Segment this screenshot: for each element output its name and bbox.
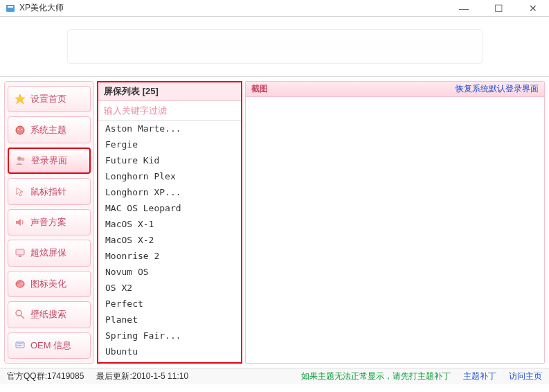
sidebar-item-label: 系统主题 xyxy=(30,124,66,136)
sidebar-item-theme[interactable]: 系统主题 xyxy=(8,116,91,143)
svg-point-3 xyxy=(16,126,24,134)
monkey-icon xyxy=(14,124,26,136)
window-controls: — ☐ ✕ xyxy=(453,1,543,15)
filter-input[interactable] xyxy=(98,101,241,121)
preview-panel: 截图 恢复系统默认登录界面 xyxy=(245,81,545,364)
list-item[interactable]: Planet xyxy=(98,312,241,328)
svg-point-6 xyxy=(17,157,21,161)
sidebar-item-wallpaper[interactable]: 壁纸搜索 xyxy=(8,301,91,328)
main-area: 设置首页 系统主题 登录界面 鼠标指针 声音方案 超炫屏保 图标美化 壁纸搜索 xyxy=(0,77,549,368)
list-item[interactable]: Aston Marte... xyxy=(98,121,241,136)
sidebar-item-oem[interactable]: OEM 信息 xyxy=(8,332,91,359)
svg-point-7 xyxy=(21,158,25,161)
sidebar-item-screensaver[interactable]: 超炫屏保 xyxy=(8,240,91,266)
warning-text: 如果主题无法正常显示，请先打主题补丁 xyxy=(301,371,451,382)
svg-marker-8 xyxy=(17,188,23,196)
sidebar-item-sound[interactable]: 声音方案 xyxy=(8,209,91,235)
svg-rect-20 xyxy=(17,345,21,346)
sidebar-item-icon[interactable]: 图标美化 xyxy=(8,271,91,297)
sidebar-item-label: 超炫屏保 xyxy=(30,247,66,259)
sidebar-item-label: 鼠标指针 xyxy=(30,186,66,198)
list-item[interactable]: Novum OS xyxy=(98,264,241,280)
svg-rect-1 xyxy=(8,6,13,8)
sidebar-item-label: OEM 信息 xyxy=(30,339,71,352)
list-item[interactable]: Perfect xyxy=(98,296,241,312)
statusbar: 官方QQ群:17419085 最后更新:2010-1-5 11:10 如果主题无… xyxy=(0,368,549,384)
users-icon xyxy=(15,154,27,167)
preview-header: 截图 恢复系统默认登录界面 xyxy=(246,82,544,97)
list-item[interactable]: OS X2 xyxy=(98,280,241,296)
list-header: 屏保列表 [25] xyxy=(98,82,241,101)
list-item[interactable]: Longhorn Plex xyxy=(98,168,241,184)
sidebar-item-cursor[interactable]: 鼠标指针 xyxy=(8,178,91,204)
last-update-label: 最后更新:2010-1-5 11:10 xyxy=(96,371,188,382)
list-item[interactable]: Longhorn XP... xyxy=(98,184,241,200)
maximize-button[interactable]: ☐ xyxy=(488,1,509,15)
sidebar-item-label: 设置首页 xyxy=(30,93,66,105)
star-icon xyxy=(14,93,26,105)
search-icon xyxy=(14,308,26,321)
svg-point-5 xyxy=(21,129,23,130)
svg-point-14 xyxy=(19,281,21,283)
sidebar-item-label: 声音方案 xyxy=(30,216,66,229)
patch-link[interactable]: 主题补丁 xyxy=(463,371,496,382)
screenshot-label: 截图 xyxy=(251,83,268,95)
svg-rect-19 xyxy=(17,344,23,344)
list-item[interactable]: Spring Fair... xyxy=(98,328,241,344)
svg-point-15 xyxy=(21,283,23,284)
minimize-button[interactable]: — xyxy=(453,1,474,15)
home-link[interactable]: 访问主页 xyxy=(509,371,542,382)
window-title: XP美化大师 xyxy=(19,2,453,14)
preview-content xyxy=(246,97,544,363)
svg-point-13 xyxy=(17,283,19,284)
svg-marker-9 xyxy=(16,219,21,226)
sidebar-item-label: 登录界面 xyxy=(31,154,67,167)
svg-line-17 xyxy=(21,315,24,319)
speaker-icon xyxy=(14,216,26,229)
sidebar-item-label: 壁纸搜索 xyxy=(30,308,66,321)
list-container[interactable]: Aston Marte...FergieFuture KidLonghorn P… xyxy=(98,121,241,362)
list-item[interactable]: MAC OS Leopard xyxy=(98,200,241,216)
list-panel: 屏保列表 [25] Aston Marte...FergieFuture Kid… xyxy=(97,81,242,364)
logo-placeholder xyxy=(67,29,483,64)
list-item[interactable]: MacOS X-2 xyxy=(98,232,241,248)
svg-rect-0 xyxy=(6,5,15,12)
svg-rect-10 xyxy=(16,249,24,255)
sidebar-item-login[interactable]: 登录界面 xyxy=(8,148,91,175)
sidebar-item-home[interactable]: 设置首页 xyxy=(8,86,91,112)
restore-default-link[interactable]: 恢复系统默认登录界面 xyxy=(456,83,539,95)
app-icon xyxy=(6,3,15,13)
list-item[interactable]: MacOS X-1 xyxy=(98,216,241,232)
banner-area xyxy=(0,17,549,77)
qq-group-label: 官方QQ群:17419085 xyxy=(7,371,84,382)
svg-point-4 xyxy=(18,129,19,130)
titlebar: XP美化大师 — ☐ ✕ xyxy=(0,0,549,17)
svg-point-16 xyxy=(16,310,21,316)
info-icon xyxy=(14,339,26,352)
sidebar-item-label: 图标美化 xyxy=(30,278,66,290)
list-item[interactable]: Ubuntu xyxy=(98,344,241,359)
svg-rect-11 xyxy=(19,256,21,257)
close-button[interactable]: ✕ xyxy=(523,1,543,15)
cursor-icon xyxy=(14,186,26,198)
list-header-count: [25] xyxy=(143,86,159,96)
list-item[interactable]: Vista MCE xyxy=(98,359,241,362)
monitor-icon xyxy=(14,247,26,259)
palette-icon xyxy=(14,278,26,290)
list-item[interactable]: Fergie xyxy=(98,136,241,152)
list-header-label: 屏保列表 xyxy=(104,86,140,96)
svg-marker-2 xyxy=(15,94,25,104)
sidebar: 设置首页 系统主题 登录界面 鼠标指针 声音方案 超炫屏保 图标美化 壁纸搜索 xyxy=(4,81,94,364)
list-item[interactable]: Moonrise 2 xyxy=(98,248,241,264)
list-item[interactable]: Future Kid xyxy=(98,152,241,168)
